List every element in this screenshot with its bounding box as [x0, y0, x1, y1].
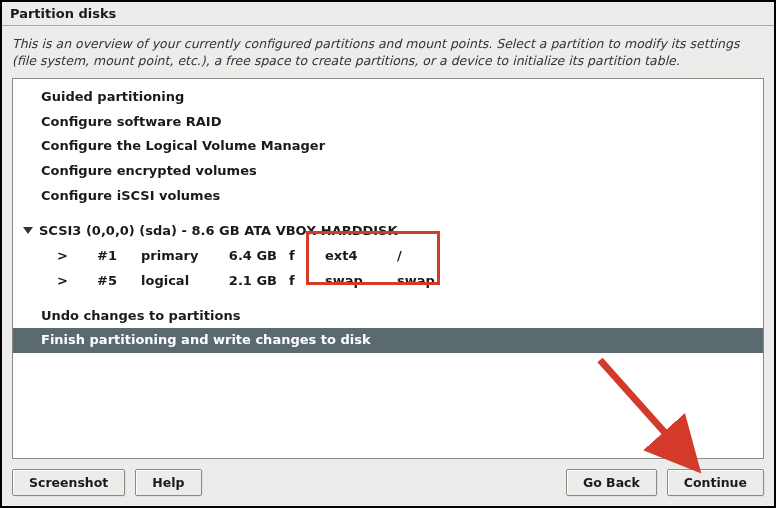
go-back-button[interactable]: Go Back: [566, 469, 657, 496]
partition-indicator: >: [57, 272, 97, 291]
partition-row[interactable]: > #1 primary 6.4 GB f ext4 /: [13, 244, 763, 269]
screenshot-button[interactable]: Screenshot: [12, 469, 125, 496]
help-button[interactable]: Help: [135, 469, 201, 496]
spacer: [13, 209, 763, 219]
partition-filesystem: swap: [325, 272, 397, 291]
partition-filesystem: ext4: [325, 247, 397, 266]
partition-mountpoint: /: [397, 247, 457, 266]
partition-row[interactable]: > #5 logical 2.1 GB f swap swap: [13, 269, 763, 294]
partition-mountpoint: swap: [397, 272, 457, 291]
disk-row[interactable]: SCSI3 (0,0,0) (sda) - 8.6 GB ATA VBOX HA…: [13, 219, 763, 244]
menu-undo-changes[interactable]: Undo changes to partitions: [13, 304, 763, 329]
installer-window: Partition disks This is an overview of y…: [0, 0, 776, 508]
menu-guided-partitioning[interactable]: Guided partitioning: [13, 85, 763, 110]
partition-size: 2.1 GB: [219, 272, 289, 291]
footer-toolbar: Screenshot Help Go Back Continue: [2, 459, 774, 506]
menu-configure-raid[interactable]: Configure software RAID: [13, 110, 763, 135]
partition-size: 6.4 GB: [219, 247, 289, 266]
spacer: [13, 294, 763, 304]
menu-configure-lvm[interactable]: Configure the Logical Volume Manager: [13, 134, 763, 159]
partition-indicator: >: [57, 247, 97, 266]
menu-configure-encrypted[interactable]: Configure encrypted volumes: [13, 159, 763, 184]
partition-type: logical: [141, 272, 219, 291]
svg-marker-0: [23, 227, 33, 234]
partition-list-panel: Guided partitioning Configure software R…: [12, 78, 764, 459]
continue-button[interactable]: Continue: [667, 469, 764, 496]
partition-number: #5: [97, 272, 141, 291]
partition-flag: f: [289, 247, 325, 266]
window-title: Partition disks: [2, 2, 774, 26]
disk-label: SCSI3 (0,0,0) (sda) - 8.6 GB ATA VBOX HA…: [39, 222, 398, 241]
expand-toggle-icon: [23, 222, 35, 241]
partition-number: #1: [97, 247, 141, 266]
partition-type: primary: [141, 247, 219, 266]
instruction-text: This is an overview of your currently co…: [2, 26, 774, 78]
menu-configure-iscsi[interactable]: Configure iSCSI volumes: [13, 184, 763, 209]
menu-finish-partitioning[interactable]: Finish partitioning and write changes to…: [13, 328, 763, 353]
partition-flag: f: [289, 272, 325, 291]
